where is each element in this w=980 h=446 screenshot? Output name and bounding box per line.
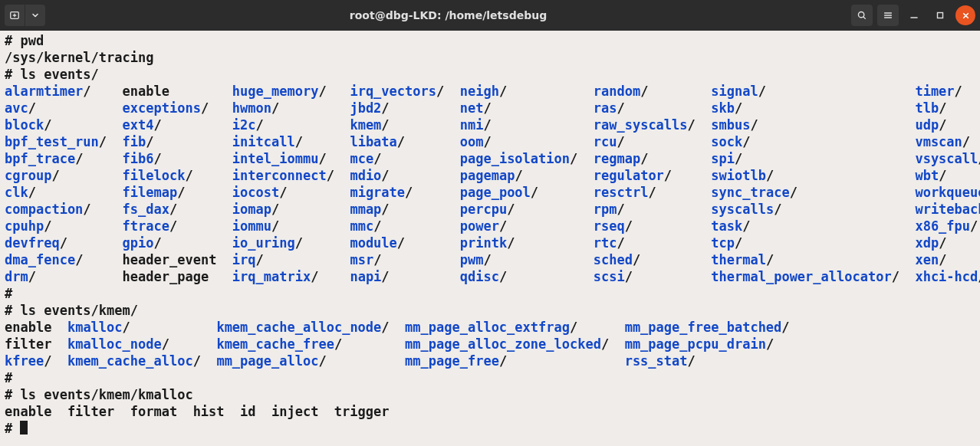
dir-entry: raw_syscalls xyxy=(594,117,688,133)
dir-entry: interconnect xyxy=(232,168,327,183)
dir-entry: mm_page_free_batched xyxy=(625,320,782,335)
hamburger-icon xyxy=(883,10,893,21)
file-entry: header_event xyxy=(123,252,217,267)
dir-entry: irq xyxy=(232,252,256,267)
file-entry: enable xyxy=(5,320,51,335)
dir-entry: writeback xyxy=(915,202,980,217)
dir-entry: page_isolation xyxy=(460,151,570,166)
dir-entry: bpf_test_run xyxy=(5,134,99,149)
dir-entry: wbt xyxy=(915,168,939,183)
dir-entry: kmem_cache_alloc_node xyxy=(216,320,381,335)
dir-entry: ras xyxy=(594,100,617,116)
dir-entry: kmem xyxy=(350,117,381,133)
dir-entry: nmi xyxy=(460,117,484,133)
dir-entry: scsi xyxy=(594,269,625,284)
dir-entry: io_uring xyxy=(232,235,295,251)
chevron-down-icon xyxy=(25,5,45,26)
dir-entry: power xyxy=(460,218,499,234)
dir-entry: sched xyxy=(594,252,633,267)
dir-entry: smbus xyxy=(711,117,750,133)
dir-entry: iomap xyxy=(232,202,271,217)
dir-entry: block xyxy=(5,117,44,133)
dir-entry: kmem_cache_free xyxy=(216,336,334,352)
dir-entry: irq_matrix xyxy=(232,269,311,284)
file-entry: filter xyxy=(5,336,51,352)
dir-entry: thermal_power_allocator xyxy=(711,269,891,284)
dir-entry: mce xyxy=(350,151,373,166)
dir-entry: fib6 xyxy=(123,151,154,166)
window-title: root@dbg-LKD: /home/letsdebug xyxy=(50,7,847,24)
dir-entry: mm_page_free xyxy=(405,353,499,369)
dir-entry: module xyxy=(350,235,396,251)
dir-entry: ftrace xyxy=(123,218,169,234)
dir-entry: sync_trace xyxy=(711,185,789,200)
dir-entry: page_pool xyxy=(460,185,531,200)
dir-entry: udp xyxy=(915,117,939,133)
dir-entry: gpio xyxy=(123,235,154,251)
dir-entry: huge_memory xyxy=(232,84,319,99)
dir-entry: rpm xyxy=(594,202,617,217)
dir-entry: mm_page_alloc xyxy=(216,353,318,369)
dir-entry: mmap xyxy=(350,202,381,217)
dir-entry: initcall xyxy=(232,134,295,149)
dir-entry: napi xyxy=(350,269,381,284)
dir-entry: thermal xyxy=(711,252,766,267)
new-tab-button[interactable] xyxy=(5,5,45,26)
dir-entry: msr xyxy=(350,252,373,267)
dir-entry: iommu xyxy=(232,218,271,234)
dir-entry: pwm xyxy=(460,252,484,267)
dir-entry: xdp xyxy=(915,235,939,251)
dir-entry: regmap xyxy=(594,151,640,166)
file-entry: enable xyxy=(123,84,169,99)
dir-entry: x86_fpu xyxy=(915,218,970,234)
terminal-output[interactable]: # pwd /sys/kernel/tracing # ls events/ a… xyxy=(0,31,980,437)
dir-entry: filelock xyxy=(123,168,186,183)
dir-entry: rtc xyxy=(594,235,617,251)
dir-entry: task xyxy=(711,218,742,234)
dir-entry: avc xyxy=(5,100,28,116)
dir-entry: skb xyxy=(711,100,735,116)
dir-entry: xen xyxy=(915,252,939,267)
dir-entry: mm_page_alloc_extfrag xyxy=(405,320,570,335)
dir-entry: kmalloc xyxy=(67,320,123,335)
dir-entry: filemap xyxy=(123,185,178,200)
close-icon xyxy=(962,11,970,20)
dir-entry: mm_page_alloc_zone_locked xyxy=(405,336,601,352)
dir-entry: printk xyxy=(460,235,507,251)
file-entry: header_page xyxy=(123,269,209,284)
dir-entry: mdio xyxy=(350,168,381,183)
dir-entry: vsyscall xyxy=(915,151,978,166)
dir-entry: fs_dax xyxy=(123,202,169,217)
dir-entry: sock xyxy=(711,134,742,149)
search-button[interactable] xyxy=(851,5,873,26)
dir-entry: random xyxy=(594,84,640,99)
dir-entry: libata xyxy=(350,134,396,149)
minimize-button[interactable] xyxy=(903,5,925,26)
dir-entry: hwmon xyxy=(232,100,271,116)
dir-entry: kfree xyxy=(5,353,44,369)
menu-button[interactable] xyxy=(877,5,899,26)
dir-entry: fib xyxy=(123,134,146,149)
dir-entry: bpf_trace xyxy=(5,151,75,166)
dir-entry: mm_page_pcpu_drain xyxy=(625,336,766,352)
dir-entry: exceptions xyxy=(123,100,201,116)
close-button[interactable] xyxy=(955,5,975,25)
dir-entry: oom xyxy=(460,134,484,149)
dir-entry: resctrl xyxy=(594,185,649,200)
dir-entry: qdisc xyxy=(460,269,499,284)
cursor xyxy=(20,421,28,435)
dir-entry: clk xyxy=(5,185,28,200)
dir-entry: pagemap xyxy=(460,168,515,183)
maximize-button[interactable] xyxy=(929,5,951,26)
dir-entry: devfreq xyxy=(5,235,60,251)
dir-entry: timer xyxy=(915,84,954,99)
dir-entry: migrate xyxy=(350,185,405,200)
dir-entry: drm xyxy=(5,269,28,284)
dir-entry: irq_vectors xyxy=(350,84,436,99)
dir-entry: swiotlb xyxy=(711,168,766,183)
search-icon xyxy=(857,10,867,21)
dir-entry: tcp xyxy=(711,235,735,251)
dir-entry: compaction xyxy=(5,202,83,217)
dir-entry: neigh xyxy=(460,84,499,99)
maximize-icon xyxy=(936,11,945,20)
